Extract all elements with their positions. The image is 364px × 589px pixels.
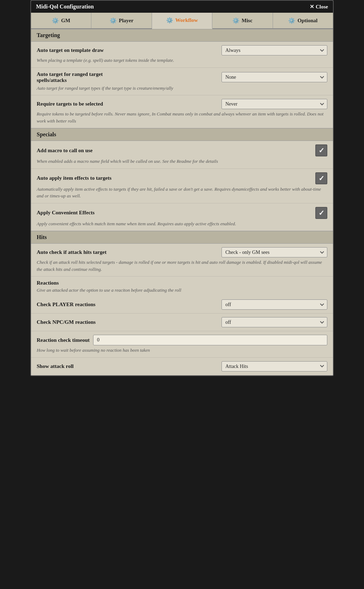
auto-apply-desc: Automatically apply item active effects … xyxy=(37,186,327,200)
apply-convenient-checkmark: ✓ xyxy=(318,209,324,216)
show-attack-roll-inline: Show attack roll Attack Hits Always Neve… xyxy=(37,361,327,371)
reaction-timeout-input[interactable] xyxy=(93,335,327,345)
check-npc-reactions-label: Check NPC/GM reactions xyxy=(37,319,96,325)
tab-player[interactable]: ⚙️ Player xyxy=(91,13,152,28)
tab-misc[interactable]: ⚙️ Misc xyxy=(212,13,273,28)
auto-apply-checkmark: ✓ xyxy=(318,175,324,182)
auto-target-template-inline: Auto target on template draw Always Neve… xyxy=(37,45,327,55)
check-player-reactions-row: Check PLAYER reactions off on xyxy=(31,296,333,314)
apply-convenient-label: Apply Convenient Effects xyxy=(37,210,95,216)
add-macro-checkmark: ✓ xyxy=(318,147,324,154)
auto-apply-row: Auto apply item effects to targets ✓ Aut… xyxy=(31,169,333,203)
player-icon: ⚙️ xyxy=(110,17,117,24)
apply-convenient-desc: Apply convenient effects which match ite… xyxy=(37,220,327,227)
window-title: Midi-Qol Configuration xyxy=(36,4,94,10)
tab-workflow-label: Workflow xyxy=(175,17,198,23)
auto-check-select[interactable]: Check - only GM sees Check - GM and play… xyxy=(222,247,327,257)
show-attack-roll-row: Show attack roll Attack Hits Always Neve… xyxy=(31,358,333,375)
ranged-target-label: Auto target for ranged target spells/att… xyxy=(37,71,103,83)
reaction-timeout-label: Reaction check timeout xyxy=(37,337,90,343)
require-targets-label: Require targets to be selected xyxy=(37,101,103,107)
auto-check-label: Auto check if attack hits target xyxy=(37,249,107,255)
auto-target-template-desc: When placing a template (e.g. spell) aut… xyxy=(37,57,327,64)
auto-target-template-label: Auto target on template draw xyxy=(37,47,104,53)
main-window: Midi-Qol Configuration ✕ Close ⚙️ GM ⚙️ … xyxy=(30,0,334,376)
require-targets-inline: Require targets to be selected Never Alw… xyxy=(37,99,327,109)
show-attack-roll-select[interactable]: Attack Hits Always Never xyxy=(222,361,327,371)
targeting-section-header: Targeting xyxy=(31,29,333,42)
auto-check-row: Auto check if attack hits target Check -… xyxy=(31,244,333,276)
apply-convenient-row: Apply Convenient Effects ✓ Apply conveni… xyxy=(31,203,333,231)
check-npc-reactions-select[interactable]: off on xyxy=(222,317,327,327)
check-npc-reactions-row: Check NPC/GM reactions off on xyxy=(31,314,333,331)
tab-optional[interactable]: ⚙️ Optional xyxy=(273,13,333,28)
add-macro-inline: Add macro to call on use ✓ xyxy=(37,144,327,156)
reaction-timeout-inline: Reaction check timeout xyxy=(37,335,327,345)
add-macro-row: Add macro to call on use ✓ When enabled … xyxy=(31,141,333,169)
content-area: Targeting Auto target on template draw A… xyxy=(31,29,333,375)
reactions-header: Reactions xyxy=(31,276,333,287)
optional-icon: ⚙️ xyxy=(288,17,295,24)
tab-bar: ⚙️ GM ⚙️ Player ⚙️ Workflow ⚙️ Misc ⚙️ O… xyxy=(31,13,333,29)
hits-section-header: Hits xyxy=(31,231,333,244)
apply-convenient-checkbox[interactable]: ✓ xyxy=(315,207,327,219)
auto-apply-label: Auto apply item effects to targets xyxy=(37,175,111,181)
auto-target-template-select[interactable]: Always Never On Use xyxy=(222,45,327,55)
check-npc-reactions-inline: Check NPC/GM reactions off on xyxy=(37,317,327,327)
auto-apply-checkbox[interactable]: ✓ xyxy=(315,172,327,184)
auto-check-desc: Check if an attack roll hits selected ta… xyxy=(37,259,327,273)
tab-misc-label: Misc xyxy=(242,18,253,24)
add-macro-checkbox[interactable]: ✓ xyxy=(315,144,327,156)
titlebar: Midi-Qol Configuration ✕ Close xyxy=(31,1,333,13)
check-player-reactions-select[interactable]: off on xyxy=(222,299,327,310)
check-player-reactions-label: Check PLAYER reactions xyxy=(37,302,96,308)
add-macro-desc: When enabled adds a macro name field whi… xyxy=(37,158,327,165)
tab-player-label: Player xyxy=(119,18,134,24)
auto-target-template-row: Auto target on template draw Always Neve… xyxy=(31,42,333,68)
tab-gm[interactable]: ⚙️ GM xyxy=(31,13,91,28)
specials-section-header: Specials xyxy=(31,128,333,141)
show-attack-roll-label: Show attack roll xyxy=(37,363,74,369)
gm-icon: ⚙️ xyxy=(52,17,59,24)
add-macro-label: Add macro to call on use xyxy=(37,148,92,154)
ranged-target-row: Auto target for ranged target spells/att… xyxy=(31,68,333,96)
ranged-target-inline: Auto target for ranged target spells/att… xyxy=(37,71,327,83)
apply-convenient-inline: Apply Convenient Effects ✓ xyxy=(37,207,327,219)
ranged-target-desc: Auto target for ranged target types if t… xyxy=(37,85,327,92)
auto-apply-inline: Auto apply item effects to targets ✓ xyxy=(37,172,327,184)
auto-check-inline: Auto check if attack hits target Check -… xyxy=(37,247,327,257)
tab-gm-label: GM xyxy=(61,18,70,24)
close-button[interactable]: ✕ Close xyxy=(310,4,328,10)
tab-workflow[interactable]: ⚙️ Workflow xyxy=(152,13,212,29)
reaction-timeout-row: Reaction check timeout How long to wait … xyxy=(31,331,333,358)
ranged-target-select[interactable]: None Always On Use xyxy=(222,72,327,82)
reactions-desc: Give an attacked actor the option to use… xyxy=(31,287,333,296)
require-targets-desc: Require tokens to be targeted before rol… xyxy=(37,111,327,124)
tab-optional-label: Optional xyxy=(297,18,317,24)
check-player-reactions-inline: Check PLAYER reactions off on xyxy=(37,299,327,310)
workflow-icon: ⚙️ xyxy=(166,17,173,24)
reaction-timeout-desc: How long to wait before assuming no reac… xyxy=(37,347,327,354)
misc-icon: ⚙️ xyxy=(232,17,239,24)
require-targets-select[interactable]: Never Always In Combat xyxy=(222,99,327,109)
require-targets-row: Require targets to be selected Never Alw… xyxy=(31,95,333,128)
